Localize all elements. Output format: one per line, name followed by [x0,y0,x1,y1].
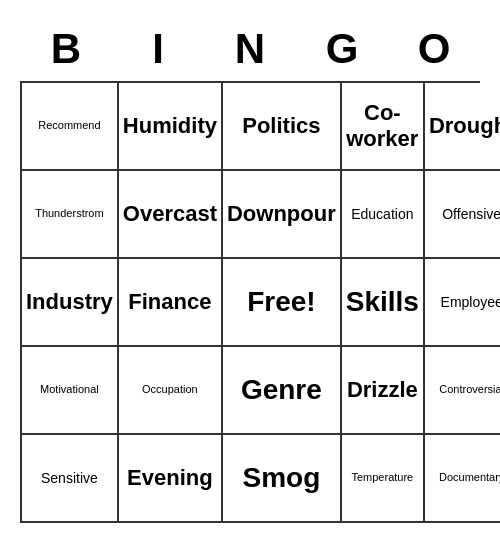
cell-text-1-4: Offensive [442,206,500,223]
bingo-cell-2-3[interactable]: Skills [342,259,425,347]
bingo-cell-2-1[interactable]: Finance [119,259,223,347]
bingo-cell-3-4[interactable]: Controversial [425,347,500,435]
cell-text-2-2: Free! [247,285,315,319]
cell-text-1-3: Education [351,206,413,223]
header-letter-g: G [296,21,388,77]
bingo-cell-4-3[interactable]: Temperature [342,435,425,523]
cell-text-3-0: Motivational [40,383,99,396]
bingo-cell-1-1[interactable]: Overcast [119,171,223,259]
cell-text-2-1: Finance [128,289,211,315]
cell-text-3-2: Genre [241,373,322,407]
cell-text-2-3: Skills [346,285,419,319]
bingo-cell-2-2[interactable]: Free! [223,259,342,347]
cell-text-1-2: Downpour [227,201,336,227]
cell-text-4-1: Evening [127,465,213,491]
header-letter-i: I [112,21,204,77]
bingo-header: BINGO [20,21,480,77]
bingo-cell-0-0[interactable]: Recommend [22,83,119,171]
cell-text-2-4: Employee [441,294,500,311]
bingo-cell-0-4[interactable]: Drought [425,83,500,171]
bingo-cell-3-1[interactable]: Occupation [119,347,223,435]
bingo-cell-0-2[interactable]: Politics [223,83,342,171]
cell-text-4-0: Sensitive [41,470,98,487]
cell-text-2-0: Industry [26,289,113,315]
cell-text-0-4: Drought [429,113,500,139]
cell-text-4-3: Temperature [351,471,413,484]
cell-text-3-3: Drizzle [347,377,418,403]
bingo-cell-2-4[interactable]: Employee [425,259,500,347]
cell-text-0-3: Co-worker [346,100,419,153]
cell-text-3-1: Occupation [142,383,198,396]
bingo-cell-1-4[interactable]: Offensive [425,171,500,259]
bingo-cell-1-2[interactable]: Downpour [223,171,342,259]
cell-text-1-0: Thunderstrom [35,207,103,220]
bingo-cell-1-3[interactable]: Education [342,171,425,259]
cell-text-4-4: Documentary [439,471,500,484]
cell-text-0-1: Humidity [123,113,217,139]
cell-text-1-1: Overcast [123,201,217,227]
cell-text-4-2: Smog [242,461,320,495]
bingo-cell-2-0[interactable]: Industry [22,259,119,347]
bingo-cell-4-4[interactable]: Documentary [425,435,500,523]
bingo-cell-1-0[interactable]: Thunderstrom [22,171,119,259]
bingo-cell-3-0[interactable]: Motivational [22,347,119,435]
bingo-cell-0-1[interactable]: Humidity [119,83,223,171]
header-letter-b: B [20,21,112,77]
bingo-cell-3-3[interactable]: Drizzle [342,347,425,435]
bingo-grid: RecommendHumidityPoliticsCo-workerDrough… [20,81,480,523]
cell-text-0-2: Politics [242,113,320,139]
bingo-card: BINGO RecommendHumidityPoliticsCo-worker… [10,11,490,533]
header-letter-o: O [388,21,480,77]
bingo-cell-3-2[interactable]: Genre [223,347,342,435]
bingo-cell-4-1[interactable]: Evening [119,435,223,523]
header-letter-n: N [204,21,296,77]
cell-text-3-4: Controversial [439,383,500,396]
cell-text-0-0: Recommend [38,119,100,132]
bingo-cell-4-0[interactable]: Sensitive [22,435,119,523]
bingo-cell-4-2[interactable]: Smog [223,435,342,523]
bingo-cell-0-3[interactable]: Co-worker [342,83,425,171]
